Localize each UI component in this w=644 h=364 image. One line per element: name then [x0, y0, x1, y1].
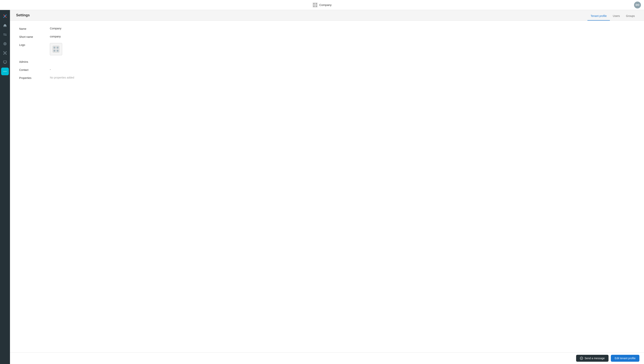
- svg-rect-2: [316, 3, 317, 5]
- svg-rect-18: [4, 61, 6, 63]
- topbar-company-name: Company: [319, 3, 332, 7]
- more-dots-icon: [3, 70, 7, 73]
- svg-rect-28: [56, 50, 58, 52]
- sidebar: [0, 10, 10, 364]
- tab-tenant-profile[interactable]: Tenant profile: [588, 10, 610, 21]
- settings-title: Settings: [16, 13, 30, 17]
- field-name: Name Company: [19, 27, 635, 30]
- field-properties: Properties No properties added: [19, 76, 635, 79]
- svg-rect-27: [54, 50, 56, 52]
- bottom-action-bar: Send a message Edit tenant profile: [10, 352, 644, 364]
- svg-point-14: [4, 52, 4, 52]
- topbar: Company DO: [0, 0, 644, 10]
- sidebar-item-drone[interactable]: [1, 49, 9, 57]
- sidebar-item-logo[interactable]: [1, 12, 9, 20]
- circle-icon: [3, 42, 7, 46]
- svg-rect-4: [316, 5, 317, 7]
- sidebar-item-monitor[interactable]: [1, 58, 9, 66]
- svg-point-16: [4, 54, 4, 55]
- field-label-logo: Logo: [19, 43, 50, 47]
- field-label-contact: Contact: [19, 68, 50, 71]
- content-area: Settings Tenant profile Users Groups Nam…: [10, 10, 644, 364]
- monitor-icon: [3, 60, 7, 64]
- sidebar-item-transfer[interactable]: [1, 31, 9, 38]
- field-value-properties: No properties added: [50, 76, 74, 79]
- svg-point-21: [4, 71, 4, 72]
- home-icon: [3, 24, 7, 27]
- svg-point-17: [6, 54, 6, 55]
- message-icon: [580, 357, 583, 360]
- svg-rect-25: [54, 47, 56, 49]
- transfer-icon: [3, 33, 7, 37]
- app-body: Settings Tenant profile Users Groups Nam…: [0, 10, 644, 364]
- svg-point-15: [6, 52, 6, 52]
- svg-point-9: [4, 53, 6, 54]
- user-avatar[interactable]: DO: [634, 2, 641, 9]
- field-admins: Admins: [19, 60, 635, 63]
- tab-groups[interactable]: Groups: [623, 10, 638, 21]
- main-content: Name Company Short name company Logo: [10, 21, 644, 352]
- field-short-name: Short name company: [19, 35, 635, 38]
- svg-rect-1: [313, 3, 315, 5]
- svg-point-22: [5, 71, 5, 72]
- send-message-button[interactable]: Send a message: [576, 355, 608, 362]
- tab-users[interactable]: Users: [610, 10, 623, 21]
- settings-tabs: Tenant profile Users Groups: [588, 10, 638, 21]
- field-value-contact: -: [50, 68, 51, 71]
- x-brand-icon: [3, 14, 7, 18]
- drone-icon: [3, 51, 7, 55]
- field-logo: Logo: [19, 43, 635, 55]
- field-contact: Contact -: [19, 68, 635, 71]
- field-label-short-name: Short name: [19, 35, 50, 38]
- field-value-short-name: company: [50, 35, 61, 38]
- field-label-admins: Admins: [19, 60, 50, 63]
- field-value-name: Company: [50, 27, 61, 30]
- edit-tenant-profile-button[interactable]: Edit tenant profile: [611, 355, 640, 362]
- svg-point-8: [4, 43, 6, 44]
- settings-header: Settings Tenant profile Users Groups: [10, 10, 644, 21]
- svg-rect-3: [313, 5, 315, 7]
- svg-point-23: [6, 71, 6, 72]
- logo-image-box: [50, 43, 62, 55]
- svg-rect-26: [56, 47, 58, 49]
- sidebar-item-circle[interactable]: [1, 40, 9, 48]
- company-logo-icon: [312, 2, 318, 8]
- svg-point-7: [4, 42, 6, 45]
- field-label-name: Name: [19, 27, 50, 30]
- field-label-properties: Properties: [19, 76, 50, 79]
- logo-grid-icon: [52, 46, 60, 53]
- sidebar-item-home[interactable]: [1, 22, 9, 29]
- svg-point-29: [580, 357, 583, 359]
- topbar-brand: Company: [312, 2, 332, 8]
- sidebar-item-more[interactable]: [1, 68, 9, 75]
